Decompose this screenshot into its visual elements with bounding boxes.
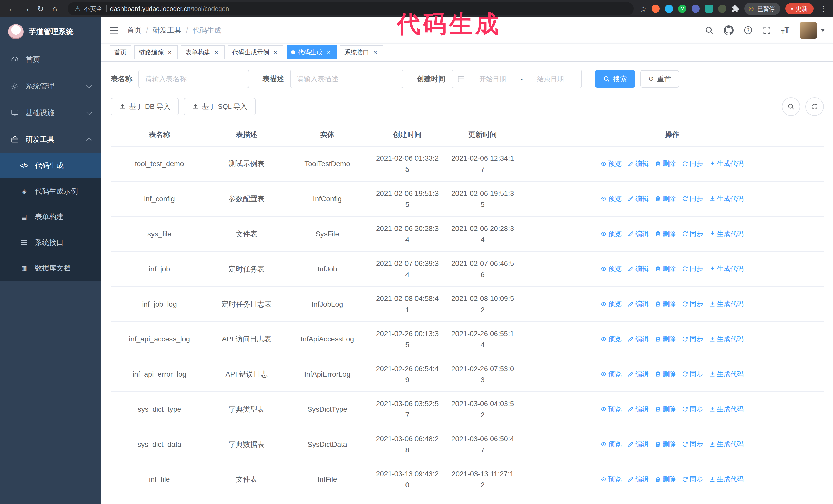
op-preview-link[interactable]: 预览 xyxy=(600,440,622,449)
sidebar-item-codegen[interactable]: </>代码生成 xyxy=(0,153,101,178)
op-delete-link[interactable]: 删除 xyxy=(655,230,676,238)
breadcrumb-devtools[interactable]: 研发工具 xyxy=(153,25,182,35)
op-generate-link[interactable]: 生成代码 xyxy=(709,264,743,273)
toggle-search-button[interactable] xyxy=(782,97,800,116)
op-sync-link[interactable]: 同步 xyxy=(682,194,703,203)
sidebar-item-infrastructure[interactable]: 基础设施 xyxy=(0,99,101,126)
op-preview-link[interactable]: 预览 xyxy=(600,475,622,484)
hamburger-icon[interactable] xyxy=(110,26,119,34)
op-generate-link[interactable]: 生成代码 xyxy=(709,299,743,308)
close-icon[interactable]: × xyxy=(213,49,220,56)
op-sync-link[interactable]: 同步 xyxy=(682,405,703,414)
op-preview-link[interactable]: 预览 xyxy=(600,299,622,308)
op-delete-link[interactable]: 删除 xyxy=(655,335,676,343)
tab-codegen[interactable]: 代码生成× xyxy=(287,45,337,59)
op-generate-link[interactable]: 生成代码 xyxy=(709,335,743,343)
op-edit-link[interactable]: 编辑 xyxy=(628,335,649,343)
op-sync-link[interactable]: 同步 xyxy=(682,264,703,273)
op-edit-link[interactable]: 编辑 xyxy=(628,194,649,203)
browser-reload-icon[interactable]: ↻ xyxy=(34,2,47,16)
app-logo[interactable]: 芋道管理系统 xyxy=(0,18,101,46)
browser-update-button[interactable]: 更新 xyxy=(785,3,813,14)
op-edit-link[interactable]: 编辑 xyxy=(628,370,649,379)
op-delete-link[interactable]: 删除 xyxy=(655,370,676,379)
extension-icon[interactable] xyxy=(691,5,700,13)
close-icon[interactable]: × xyxy=(372,49,379,56)
close-icon[interactable]: × xyxy=(166,49,173,56)
op-generate-link[interactable]: 生成代码 xyxy=(709,159,743,168)
bookmark-star-icon[interactable]: ☆ xyxy=(640,4,647,13)
op-preview-link[interactable]: 预览 xyxy=(600,159,622,168)
op-preview-link[interactable]: 预览 xyxy=(600,194,622,203)
op-delete-link[interactable]: 删除 xyxy=(655,405,676,414)
op-edit-link[interactable]: 编辑 xyxy=(628,264,649,273)
op-generate-link[interactable]: 生成代码 xyxy=(709,194,743,203)
sidebar-item-form-builder[interactable]: ▤表单构建 xyxy=(0,204,101,230)
search-button[interactable]: 搜索 xyxy=(595,70,635,88)
browser-profile-chip[interactable]: ☺ 已暂停 xyxy=(744,3,780,15)
op-sync-link[interactable]: 同步 xyxy=(682,475,703,484)
extension-icon[interactable]: V xyxy=(678,5,686,13)
op-preview-link[interactable]: 预览 xyxy=(600,230,622,238)
op-edit-link[interactable]: 编辑 xyxy=(628,475,649,484)
browser-home-icon[interactable]: ⌂ xyxy=(48,2,62,16)
op-generate-link[interactable]: 生成代码 xyxy=(709,440,743,449)
tab-tracing[interactable]: 链路追踪× xyxy=(134,45,178,59)
op-sync-link[interactable]: 同步 xyxy=(682,159,703,168)
date-range-input[interactable]: 开始日期 - 结束日期 xyxy=(452,70,582,88)
browser-back-icon[interactable]: ← xyxy=(5,2,19,16)
github-icon[interactable] xyxy=(724,25,734,35)
op-delete-link[interactable]: 删除 xyxy=(655,475,676,484)
op-generate-link[interactable]: 生成代码 xyxy=(709,230,743,238)
op-edit-link[interactable]: 编辑 xyxy=(628,405,649,414)
tab-form-builder[interactable]: 表单构建× xyxy=(181,45,224,59)
close-icon[interactable]: × xyxy=(272,49,279,56)
op-sync-link[interactable]: 同步 xyxy=(682,335,703,343)
sidebar-item-home[interactable]: 首页 xyxy=(0,46,101,73)
op-preview-link[interactable]: 预览 xyxy=(600,405,622,414)
close-icon[interactable]: × xyxy=(325,49,332,56)
op-delete-link[interactable]: 删除 xyxy=(655,299,676,308)
op-generate-link[interactable]: 生成代码 xyxy=(709,370,743,379)
op-generate-link[interactable]: 生成代码 xyxy=(709,405,743,414)
sidebar-item-codegen-example[interactable]: ◈代码生成示例 xyxy=(0,178,101,204)
op-delete-link[interactable]: 删除 xyxy=(655,264,676,273)
font-size-icon[interactable]: TT xyxy=(781,26,789,34)
user-avatar[interactable] xyxy=(800,22,825,39)
op-sync-link[interactable]: 同步 xyxy=(682,230,703,238)
op-preview-link[interactable]: 预览 xyxy=(600,264,622,273)
op-delete-link[interactable]: 删除 xyxy=(655,440,676,449)
browser-forward-icon[interactable]: → xyxy=(20,2,33,16)
refresh-table-button[interactable] xyxy=(805,97,824,116)
fullscreen-icon[interactable] xyxy=(763,26,771,34)
op-delete-link[interactable]: 删除 xyxy=(655,194,676,203)
op-preview-link[interactable]: 预览 xyxy=(600,370,622,379)
op-delete-link[interactable]: 删除 xyxy=(655,159,676,168)
reset-button[interactable]: ↺ 重置 xyxy=(640,70,679,88)
breadcrumb-home[interactable]: 首页 xyxy=(127,25,142,35)
op-edit-link[interactable]: 编辑 xyxy=(628,440,649,449)
extensions-puzzle-icon[interactable] xyxy=(732,5,739,13)
browser-menu-icon[interactable]: ⋮ xyxy=(819,5,828,13)
op-sync-link[interactable]: 同步 xyxy=(682,370,703,379)
sidebar-item-system-api[interactable]: 系统接口 xyxy=(0,230,101,255)
extension-icon[interactable] xyxy=(665,5,673,13)
op-sync-link[interactable]: 同步 xyxy=(682,299,703,308)
op-generate-link[interactable]: 生成代码 xyxy=(709,475,743,484)
sidebar-item-db-doc[interactable]: ▦数据库文档 xyxy=(0,255,101,281)
help-icon[interactable]: ? xyxy=(744,26,753,34)
import-db-button[interactable]: 基于 DB 导入 xyxy=(111,98,178,115)
op-edit-link[interactable]: 编辑 xyxy=(628,159,649,168)
sidebar-item-dev-tools[interactable]: 研发工具 xyxy=(0,126,101,153)
extension-icon[interactable] xyxy=(651,5,660,13)
address-bar[interactable]: ⚠ 不安全 dashboard.yudao.iocoder.cn/tool/co… xyxy=(68,2,634,16)
search-icon[interactable] xyxy=(705,26,714,34)
sidebar-item-system-mgmt[interactable]: 系统管理 xyxy=(0,73,101,99)
tab-codegen-example[interactable]: 代码生成示例× xyxy=(228,45,284,59)
extension-icon[interactable] xyxy=(705,5,713,13)
op-edit-link[interactable]: 编辑 xyxy=(628,230,649,238)
tab-system-api[interactable]: 系统接口× xyxy=(340,45,383,59)
tab-home[interactable]: 首页 xyxy=(110,45,131,59)
op-edit-link[interactable]: 编辑 xyxy=(628,299,649,308)
op-sync-link[interactable]: 同步 xyxy=(682,440,703,449)
